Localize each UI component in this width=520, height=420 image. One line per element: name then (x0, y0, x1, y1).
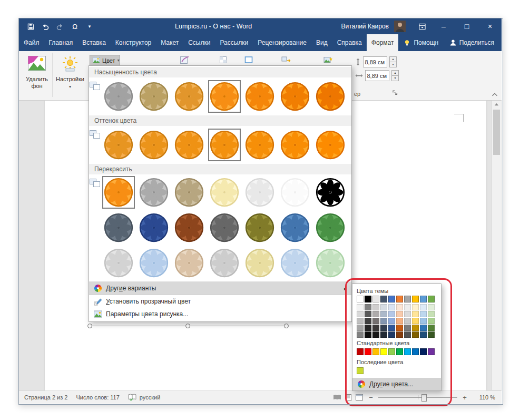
theme-tint-swatch[interactable] (388, 304, 395, 310)
color-variant-swatch[interactable] (136, 176, 171, 209)
theme-tint-swatch[interactable] (372, 331, 379, 338)
theme-tint-swatch[interactable] (428, 325, 435, 331)
standard-color-swatch[interactable] (372, 348, 379, 355)
tab-insert[interactable]: Вставка (77, 34, 111, 51)
selection-handle[interactable] (87, 324, 92, 328)
theme-color-swatch[interactable] (412, 296, 419, 302)
color-variant-swatch[interactable] (171, 247, 207, 279)
theme-tint-swatch[interactable] (380, 318, 387, 324)
color-variant-swatch[interactable] (242, 129, 277, 161)
theme-tint-swatch[interactable] (420, 304, 427, 310)
qat-customize-caret-icon[interactable]: ▾ (82, 18, 97, 34)
color-variant-swatch[interactable] (101, 211, 136, 244)
theme-tint-swatch[interactable] (357, 304, 364, 310)
theme-tint-swatch[interactable] (365, 318, 371, 324)
recent-color-swatch[interactable] (357, 367, 364, 374)
page-indicator[interactable]: Страница 2 из 2 (24, 394, 67, 401)
color-variant-swatch[interactable] (277, 211, 312, 244)
theme-tint-swatch[interactable] (420, 318, 427, 324)
redo-icon[interactable] (53, 18, 67, 34)
zoom-in-button[interactable]: + (460, 394, 469, 402)
theme-tint-swatch[interactable] (420, 331, 427, 338)
close-button[interactable]: × (478, 18, 502, 34)
standard-color-swatch[interactable] (396, 348, 403, 355)
standard-color-swatch[interactable] (357, 348, 364, 355)
theme-tint-swatch[interactable] (372, 304, 379, 310)
theme-tint-swatch[interactable] (404, 318, 411, 324)
collapse-ribbon-icon[interactable] (492, 93, 498, 96)
theme-tint-swatch[interactable] (380, 311, 387, 317)
color-variant-swatch[interactable] (207, 247, 242, 279)
theme-color-swatch[interactable] (404, 296, 411, 302)
read-mode-icon[interactable] (333, 394, 341, 401)
theme-color-swatch[interactable] (380, 296, 387, 302)
tab-file[interactable]: Файл (19, 34, 44, 51)
theme-tint-swatch[interactable] (372, 325, 379, 331)
theme-tint-swatch[interactable] (404, 311, 411, 317)
standard-color-swatch[interactable] (420, 348, 427, 355)
theme-tint-swatch[interactable] (412, 325, 419, 331)
theme-color-swatch[interactable] (396, 296, 403, 302)
color-variant-swatch[interactable] (312, 80, 348, 113)
height-input[interactable]: 8,89 см (363, 56, 387, 67)
width-decrease-button[interactable]: ▾ (391, 75, 399, 81)
color-variant-swatch[interactable] (171, 80, 207, 113)
theme-tint-swatch[interactable] (357, 311, 364, 317)
color-variant-swatch[interactable] (277, 129, 312, 161)
menu-item-picture-color-options[interactable]: Параметры цвета рисунка... (89, 308, 351, 320)
theme-tint-swatch[interactable] (420, 311, 427, 317)
color-variant-swatch[interactable] (171, 129, 207, 161)
theme-tint-swatch[interactable] (388, 311, 395, 317)
theme-tint-swatch[interactable] (428, 311, 435, 317)
color-variant-swatch[interactable] (101, 80, 136, 113)
theme-color-swatch[interactable] (428, 296, 435, 302)
theme-tint-swatch[interactable] (388, 325, 395, 331)
theme-color-swatch[interactable] (420, 296, 427, 302)
theme-tint-swatch[interactable] (357, 318, 364, 324)
color-variant-swatch[interactable] (277, 176, 312, 209)
color-variant-swatch[interactable] (101, 176, 136, 209)
color-variant-swatch[interactable] (277, 80, 312, 113)
color-variant-swatch[interactable] (207, 129, 242, 161)
color-variant-swatch[interactable] (312, 129, 348, 161)
selection-handle[interactable] (284, 324, 289, 328)
theme-tint-swatch[interactable] (357, 325, 364, 331)
save-icon[interactable] (23, 18, 38, 34)
tab-mailings[interactable]: Рассылки (215, 34, 253, 51)
more-colors-button[interactable]: Другие цвета... (352, 378, 441, 390)
transparency-icon[interactable] (219, 56, 229, 64)
color-button[interactable]: Цвет ▾ (90, 55, 120, 66)
color-variant-swatch[interactable] (207, 80, 242, 113)
theme-tint-swatch[interactable] (365, 304, 371, 310)
theme-tint-swatch[interactable] (428, 331, 435, 338)
theme-tint-swatch[interactable] (365, 331, 371, 338)
color-variant-swatch[interactable] (171, 176, 207, 209)
vertical-scrollbar[interactable] (492, 100, 501, 390)
theme-color-swatch[interactable] (365, 296, 371, 302)
tab-references[interactable]: Ссылки (183, 34, 215, 51)
color-variant-swatch[interactable] (171, 211, 207, 244)
color-variant-swatch[interactable] (242, 80, 277, 113)
ribbon-display-options-icon[interactable] (414, 18, 430, 34)
color-variant-swatch[interactable] (242, 247, 277, 279)
color-variant-swatch[interactable] (312, 211, 348, 244)
tab-help[interactable]: Справка (332, 34, 367, 51)
zoom-slider[interactable] (378, 397, 457, 398)
color-variant-swatch[interactable] (101, 129, 136, 161)
theme-tint-swatch[interactable] (396, 318, 403, 324)
theme-tint-swatch[interactable] (365, 325, 371, 331)
word-count[interactable]: Число слов: 117 (76, 394, 119, 401)
scrollbar-thumb[interactable] (493, 110, 500, 155)
standard-color-swatch[interactable] (404, 348, 411, 355)
web-layout-icon[interactable] (356, 394, 363, 401)
theme-tint-swatch[interactable] (388, 331, 395, 338)
artistic-effects-icon[interactable] (180, 56, 190, 64)
tab-layout[interactable]: Макет (156, 34, 183, 51)
theme-tint-swatch[interactable] (428, 318, 435, 324)
corrections-button[interactable]: Настройки ▾ (55, 54, 85, 97)
change-picture-icon[interactable] (281, 56, 291, 64)
color-variant-swatch[interactable] (242, 176, 277, 209)
theme-tint-swatch[interactable] (365, 311, 371, 317)
minimize-button[interactable]: – (432, 18, 455, 34)
language-indicator[interactable]: русский (140, 394, 160, 401)
